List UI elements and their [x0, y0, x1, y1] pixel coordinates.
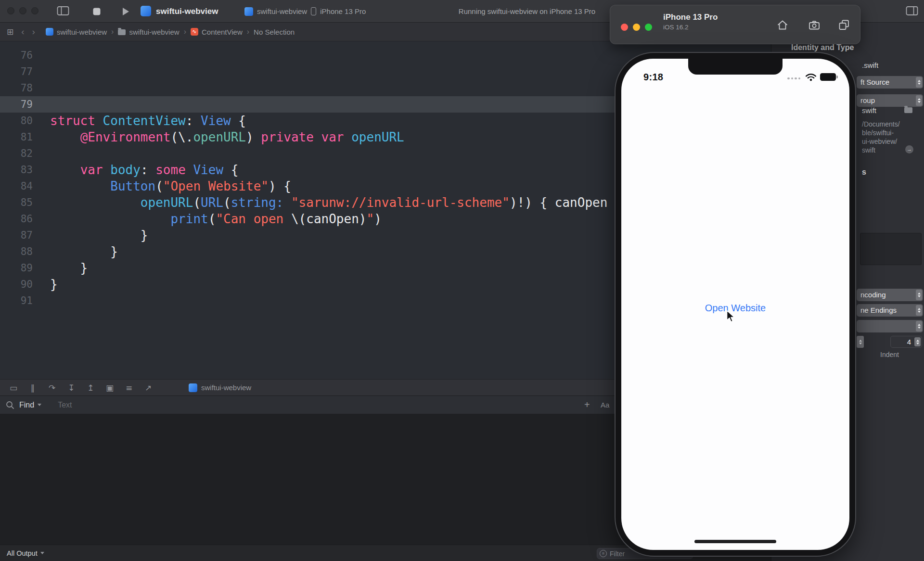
sim-zoom-button[interactable] — [645, 24, 652, 31]
find-mode-dropdown[interactable]: Find — [19, 401, 41, 409]
stop-button[interactable] — [92, 7, 101, 16]
pause-icon[interactable]: ∥ — [23, 383, 42, 393]
code-text: } — [44, 227, 148, 243]
scheme-selector[interactable]: swiftui-webview iPhone 13 Pro — [244, 0, 366, 23]
run-button[interactable] — [121, 7, 130, 16]
step-over-icon[interactable]: ↷ — [42, 383, 62, 393]
home-button[interactable] — [776, 19, 789, 31]
add-search-pattern-button[interactable]: + — [584, 399, 590, 410]
line-number: 79 — [0, 96, 44, 113]
code-text — [44, 96, 50, 113]
window-close-button[interactable] — [7, 7, 14, 14]
toggle-navigator-icon[interactable] — [57, 6, 69, 16]
running-app-icon — [189, 383, 197, 392]
memory-graph-icon[interactable]: ≡ — [119, 383, 139, 393]
breadcrumb-separator: › — [247, 27, 249, 36]
iphone-frame: 9:18 Open Website — [615, 52, 856, 557]
destination-phone-icon — [311, 7, 316, 15]
inspector-select[interactable]: roup — [857, 94, 923, 107]
app-icon — [46, 28, 53, 36]
code-text: Button("Open Website") { — [44, 178, 291, 194]
screenshot-button[interactable] — [808, 19, 821, 31]
select-value: ft Source — [860, 78, 889, 86]
code-text: struct ContentView: View { — [44, 113, 246, 129]
folder-icon[interactable] — [904, 107, 912, 113]
hide-debug-area-icon[interactable]: ▭ — [4, 383, 23, 393]
line-number: 88 — [0, 243, 44, 260]
stepper-icon — [916, 77, 922, 88]
scheme-name[interactable]: swiftui-webview — [257, 7, 307, 15]
breadcrumb-item[interactable]: swiftui-webview — [46, 28, 107, 36]
console-scope-label: All Output — [7, 549, 38, 557]
simulate-location-icon[interactable]: ↗ — [139, 383, 158, 393]
window-zoom-button[interactable] — [31, 7, 38, 14]
breadcrumb-label: ContentView — [202, 28, 243, 36]
inspector-select[interactable] — [857, 320, 923, 332]
simulator-subtitle: iOS 16.2 — [663, 24, 718, 31]
select-value: roup — [860, 96, 875, 104]
destination-name[interactable]: iPhone 13 Pro — [320, 7, 366, 15]
inspector-text: .swift — [862, 61, 878, 69]
code-text: } — [44, 260, 88, 276]
inspector-text: Indent — [880, 351, 899, 358]
code-text: } — [44, 276, 58, 293]
line-number: 80 — [0, 113, 44, 129]
breadcrumb-item[interactable]: No Selection — [254, 28, 295, 36]
sim-close-button[interactable] — [621, 24, 628, 31]
cellular-dots-icon — [787, 73, 802, 81]
inspector-text: swift — [862, 106, 876, 115]
inspector-select[interactable]: ft Source — [857, 76, 923, 89]
inspector-text: swift — [862, 146, 875, 154]
filter-icon: ≡ — [600, 550, 607, 557]
related-items-icon[interactable]: ⊞ — [7, 27, 13, 37]
select-value: ncoding — [860, 291, 886, 299]
toggle-inspector-icon[interactable] — [906, 6, 918, 16]
step-out-icon[interactable]: ↥ — [81, 383, 100, 393]
reveal-in-finder-icon[interactable]: → — [905, 145, 913, 153]
inspector-select[interactable]: ncoding — [857, 289, 923, 301]
match-case-button[interactable]: Aa — [601, 401, 609, 409]
code-text: print("Can open \(canOpen)") — [44, 211, 382, 227]
find-mode-label: Find — [19, 401, 34, 409]
stepper-icon — [916, 95, 922, 106]
folder-icon — [118, 29, 126, 35]
chevron-down-icon — [40, 552, 44, 554]
line-number: 84 — [0, 178, 44, 194]
home-indicator[interactable] — [694, 540, 776, 543]
go-back-icon[interactable]: ‹ — [21, 26, 24, 37]
code-text: var body: some View { — [44, 162, 238, 178]
simulator-titlebar[interactable]: iPhone 13 Pro iOS 16.2 — [610, 5, 860, 44]
console-scope-dropdown[interactable]: All Output — [7, 549, 44, 557]
filter-placeholder: Filter — [610, 550, 625, 558]
wifi-icon — [805, 73, 817, 81]
breadcrumb-separator: › — [111, 27, 114, 36]
code-text — [44, 293, 50, 309]
inspector-box — [860, 233, 922, 265]
project-app-icon — [141, 6, 151, 16]
window-minimize-button[interactable] — [19, 7, 26, 14]
view-hierarchy-icon[interactable]: ▣ — [100, 383, 119, 393]
scheme-app-icon — [244, 7, 253, 16]
indent-width-field[interactable]: 4 — [890, 336, 922, 348]
status-time: 9:18 — [643, 72, 663, 83]
stepper-icon[interactable] — [857, 336, 864, 348]
stepper-icon — [916, 305, 922, 316]
breadcrumb-item[interactable]: ContentView — [191, 28, 243, 36]
breadcrumb-item[interactable]: swiftui-webview — [118, 28, 179, 36]
iphone-screen[interactable]: 9:18 Open Website — [621, 59, 849, 550]
inspector-select[interactable]: ne Endings — [857, 304, 923, 317]
stepper-icon — [916, 321, 922, 332]
code-text: @Environment(\.openURL) private var open… — [44, 129, 404, 145]
sim-minimize-button[interactable] — [633, 24, 640, 31]
breadcrumb-separator: › — [184, 27, 186, 36]
chevron-down-icon — [38, 404, 41, 406]
new-window-button[interactable] — [838, 19, 850, 31]
breadcrumb-label: No Selection — [254, 28, 295, 36]
code-text — [44, 145, 50, 162]
go-forward-icon[interactable]: › — [32, 26, 35, 37]
inspector-text: ble/swiftui- — [862, 129, 894, 137]
step-into-icon[interactable]: ↧ — [62, 383, 81, 393]
find-input[interactable]: Text — [58, 401, 72, 409]
line-number: 81 — [0, 129, 44, 145]
code-text: openURL(URL(string: "sarunw://invalid-ur… — [44, 194, 607, 211]
